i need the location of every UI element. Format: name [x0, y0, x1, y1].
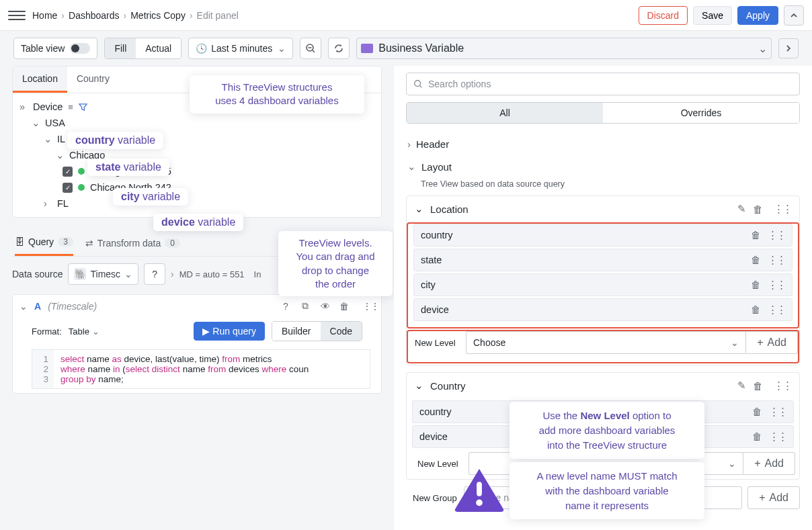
breadcrumb-edit-panel: Edit panel	[197, 10, 239, 21]
chevron-down-icon[interactable]: ⌄	[44, 134, 52, 144]
breadcrumb-home[interactable]: Home	[32, 10, 57, 21]
chevron-right-icon	[784, 44, 793, 52]
toggle-switch[interactable]	[70, 43, 90, 54]
help-icon[interactable]: ?	[283, 301, 295, 312]
chevron-right-icon: ›	[171, 269, 174, 279]
query-ds-name: (Timescale)	[48, 301, 97, 312]
code-button[interactable]: Code	[321, 322, 362, 341]
trash-icon[interactable]: 🗑	[752, 431, 762, 442]
add-level-button[interactable]: +Add	[746, 331, 798, 354]
collapse-panel-button[interactable]	[784, 5, 804, 26]
drag-handle-icon[interactable]: ⋮⋮	[769, 431, 786, 442]
chevron-down-icon: ⌄	[407, 161, 416, 173]
duplicate-icon[interactable]: ⧉	[302, 300, 314, 312]
discard-button[interactable]: Discard	[639, 6, 688, 25]
annotation-intro: This TreeView structuresuses 4 dashboard…	[190, 75, 364, 114]
filter-icon[interactable]	[79, 103, 87, 112]
breadcrumb-metrics-copy[interactable]: Metrics Copy	[130, 10, 186, 21]
data-source-settings-button[interactable]: ?	[144, 263, 165, 285]
list-icon[interactable]: ≡	[68, 102, 73, 112]
chevron-right-icon[interactable]: ›	[44, 198, 52, 209]
chevron-down-icon: ⌄	[758, 42, 767, 55]
trash-icon[interactable]: 🗑	[751, 304, 761, 315]
trash-icon[interactable]: 🗑	[751, 230, 761, 240]
status-dot-green	[78, 184, 85, 191]
chevron-down-icon[interactable]: ⌄	[415, 380, 423, 392]
save-button[interactable]: Save	[693, 6, 732, 25]
table-view-toggle[interactable]: Table view	[13, 38, 97, 59]
trash-icon[interactable]: 🗑	[751, 279, 761, 290]
trash-icon[interactable]: 🗑	[339, 301, 352, 312]
chevron-down-icon[interactable]: ⌄	[32, 118, 40, 128]
tab-transform[interactable]: ⇄ Transform data 0	[85, 238, 180, 255]
run-query-button[interactable]: ▶Run query	[194, 322, 265, 341]
query-count-badge: 3	[58, 237, 73, 247]
tab-country[interactable]: Country	[67, 67, 119, 93]
interval-label: In	[254, 269, 261, 279]
breadcrumb-dashboards[interactable]: Dashboards	[69, 10, 120, 21]
section-layout[interactable]: ⌄ Layout	[406, 155, 800, 178]
refresh-button[interactable]	[328, 38, 350, 59]
timescale-icon: 🐘	[74, 268, 86, 280]
hamburger-menu[interactable]	[8, 7, 26, 24]
database-icon: 🗄	[15, 236, 24, 247]
drag-handle-icon[interactable]: ⋮⋮	[768, 279, 785, 290]
refresh-icon	[333, 43, 344, 54]
plus-icon: +	[754, 457, 760, 470]
new-level-select[interactable]: Choose⌄	[466, 331, 746, 354]
chevron-down-icon: ⌄	[278, 43, 286, 54]
expand-all-icon[interactable]: »	[19, 101, 28, 112]
new-level-label: New Level	[408, 338, 466, 348]
trash-icon[interactable]: 🗑	[751, 255, 761, 265]
time-range-picker[interactable]: 🕓 Last 5 minutes ⌄	[188, 38, 293, 59]
tree-node-il[interactable]: IL	[57, 134, 65, 144]
breadcrumbs: Home › Dashboards › Metrics Copy › Edit …	[32, 10, 639, 21]
drag-handle-icon[interactable]: ⋮⋮	[768, 230, 785, 240]
drag-handle-icon[interactable]: ⋮⋮	[768, 304, 785, 315]
edit-icon[interactable]: ✎	[737, 380, 746, 392]
drag-handle-icon[interactable]: ⋮⋮	[774, 203, 791, 215]
chevron-down-icon[interactable]: ⌄	[19, 301, 28, 312]
section-header[interactable]: › Header	[406, 133, 800, 155]
svg-line-4	[420, 86, 422, 88]
chevron-down-icon[interactable]: ⌄	[56, 150, 64, 161]
apply-button[interactable]: Apply	[737, 6, 778, 25]
fill-button[interactable]: Fill	[105, 38, 136, 58]
add-group-button[interactable]: +Add	[747, 486, 800, 509]
group-location-label: Location	[430, 204, 469, 215]
trash-icon[interactable]: 🗑	[753, 204, 763, 215]
chevron-down-icon[interactable]: ⌄	[415, 203, 423, 215]
tree-node-usa[interactable]: USA	[45, 118, 65, 128]
eye-icon[interactable]: 👁	[321, 301, 333, 312]
svg-point-6	[476, 500, 483, 506]
variable-panel-icon	[361, 44, 373, 53]
actual-button[interactable]: Actual	[136, 38, 181, 58]
level-row-city: city 🗑 ⋮⋮	[413, 273, 793, 296]
trash-icon[interactable]: 🗑	[753, 380, 763, 392]
search-options-input[interactable]: Search options	[406, 73, 800, 95]
data-source-picker[interactable]: 🐘 Timesc ⌄	[68, 263, 138, 285]
drag-handle-icon[interactable]: ⋮⋮	[362, 301, 374, 312]
annotation-country: country variable	[67, 132, 163, 149]
drag-handle-icon[interactable]: ⋮⋮	[774, 380, 791, 392]
add-level-button-2[interactable]: +Add	[743, 452, 795, 475]
tree-node-fl[interactable]: FL	[57, 198, 69, 209]
format-select[interactable]: Table ⌄	[69, 326, 99, 337]
checkbox-checked[interactable]	[63, 167, 73, 177]
chevron-right-icon: ›	[407, 138, 411, 150]
expand-options-button[interactable]	[778, 38, 799, 58]
builder-button[interactable]: Builder	[272, 322, 321, 341]
tab-location[interactable]: Location	[13, 67, 67, 93]
panel-type-selector[interactable]: Business Variable ⌄	[356, 38, 772, 59]
zoom-out-button[interactable]	[300, 38, 321, 59]
tab-query[interactable]: 🗄 Query 3	[15, 236, 73, 256]
sql-editor[interactable]: 123 select name as device, last(value, t…	[32, 349, 370, 389]
search-icon	[413, 79, 423, 89]
drag-handle-icon[interactable]: ⋮⋮	[768, 255, 785, 265]
tab-all[interactable]: All	[407, 103, 603, 123]
edit-icon[interactable]: ✎	[737, 203, 746, 215]
tab-overrides[interactable]: Overrides	[603, 103, 799, 123]
drag-handle-icon[interactable]: ⋮⋮	[769, 406, 786, 417]
checkbox-checked[interactable]	[63, 183, 73, 193]
trash-icon[interactable]: 🗑	[752, 406, 762, 417]
